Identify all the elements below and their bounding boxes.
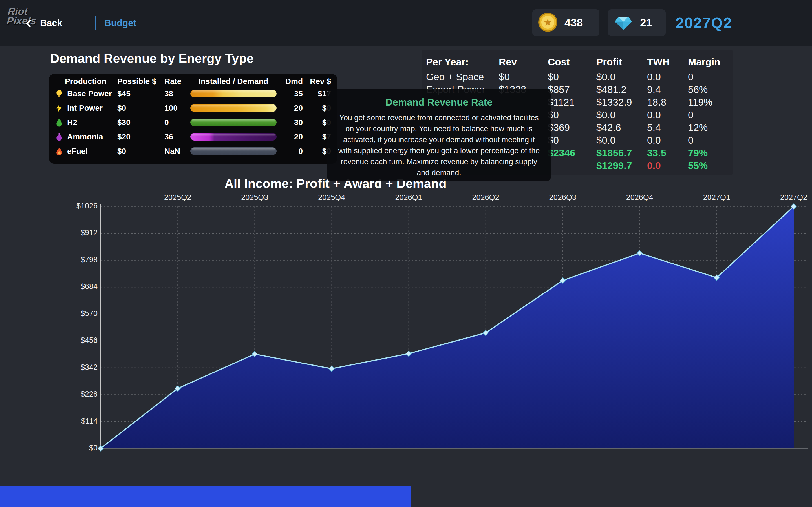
app-window: $0$114$228$342$456$570$684$798$912$10262… [0, 0, 812, 507]
back-button[interactable]: Back [27, 0, 62, 46]
bottom-progress-bar [0, 486, 410, 507]
header-profit: Profit [596, 56, 647, 68]
margin-cell: 79% [688, 147, 733, 159]
twh-cell: 5.4 [647, 122, 688, 133]
budget-tab-label: Budget [104, 18, 137, 29]
installed-demand-bar [190, 90, 276, 98]
energy-type-cell: eFuel [55, 147, 117, 156]
dmd-value: 0 [279, 147, 303, 156]
y-axis-label: $342 [42, 363, 98, 372]
profit-cell: $0.0 [596, 71, 647, 82]
margin-cell: 119% [688, 97, 733, 108]
rev-value: $17 [303, 89, 331, 98]
header-production: Production [55, 77, 117, 86]
profit-cell: $481.2 [596, 84, 647, 95]
margin-cell: 56% [688, 84, 733, 95]
table-row: Int Power $0 100 20 $0 [55, 101, 337, 115]
gem-icon [613, 12, 633, 33]
energy-type-cell: Base Power [55, 89, 117, 98]
energy-type-label: eFuel [67, 147, 88, 156]
rate-value: 38 [164, 89, 188, 98]
dmd-value: 30 [279, 118, 303, 127]
rev-value: $0 [303, 147, 331, 156]
energy-type-cell: Int Power [55, 104, 117, 113]
flask-icon [55, 132, 64, 142]
twh-cell: 33.5 [647, 147, 688, 159]
margin-cell: 55% [688, 160, 733, 171]
x-axis-label: 2026Q1 [383, 193, 434, 202]
x-axis-label: 2026Q3 [538, 193, 588, 202]
coin-counter[interactable]: ★ 438 [532, 9, 599, 36]
bar-cell [188, 133, 279, 140]
droplet-icon [55, 118, 64, 127]
tooltip-body: You get some revenue from connected or a… [337, 112, 541, 178]
bar-cell [188, 104, 279, 112]
dmd-value: 20 [279, 104, 303, 113]
profit-cell: $0.0 [596, 135, 647, 146]
dmd-value: 35 [279, 89, 303, 98]
installed-demand-bar [190, 119, 276, 126]
twh-cell: 0.0 [647, 71, 688, 82]
gem-counter[interactable]: 21 [608, 9, 666, 36]
rate-value: 36 [164, 132, 188, 142]
bulb-icon [55, 89, 64, 98]
table-header-row: Per Year: Rev Cost Profit TWH Margin [426, 54, 733, 70]
cost-cell: $857 [548, 84, 596, 95]
demand-panel-title: Demand Revenue by Energy Type [50, 51, 254, 66]
back-label: Back [40, 18, 62, 29]
energy-type-label: H2 [67, 118, 77, 127]
y-axis-label: $684 [42, 282, 98, 291]
margin-cell: 0 [688, 71, 733, 82]
rev-cell: $0 [499, 71, 548, 82]
per-year-title: Per Year: [426, 56, 499, 68]
possible-value: $20 [117, 132, 164, 142]
tooltip-demand-revenue-rate: Demand Revenue Rate You get some revenue… [327, 89, 551, 181]
x-axis-label: 2026Q4 [614, 193, 665, 202]
profit-cell: $42.6 [596, 122, 647, 133]
energy-type-label: Base Power [67, 89, 112, 98]
possible-value: $30 [117, 118, 164, 127]
x-axis-label: 2025Q2 [152, 193, 203, 202]
bar-cell [188, 90, 279, 98]
lightning-icon [55, 104, 64, 113]
margin-cell: 0 [688, 135, 733, 146]
header-cost: Cost [548, 56, 596, 68]
twh-cell: 9.4 [647, 84, 688, 95]
bar-cell [188, 119, 279, 126]
profit-cell: $1332.9 [596, 97, 647, 108]
x-axis-label: 2026Q2 [460, 193, 511, 202]
header-rev: Rev $ [303, 77, 331, 86]
tooltip-title: Demand Revenue Rate [337, 97, 541, 108]
coin-count: 438 [564, 17, 583, 29]
x-axis-label: 2025Q4 [306, 193, 357, 202]
margin-cell: 0 [688, 109, 733, 121]
profit-cell: $1299.7 [596, 160, 647, 171]
header-margin: Margin [688, 56, 733, 68]
quarter-indicator: 2027Q2 [675, 0, 732, 46]
y-axis-label: $456 [42, 336, 98, 345]
y-axis-label: $228 [42, 390, 98, 399]
header-twh: TWH [647, 56, 688, 68]
rev-value: $7 [303, 132, 331, 142]
cost-cell: $0 [548, 135, 596, 146]
table-row: Ammonia $20 36 20 $7 [55, 129, 337, 144]
twh-cell: 18.8 [647, 97, 688, 108]
margin-cell: 12% [688, 122, 733, 133]
back-chevron-icon [26, 19, 34, 27]
y-axis-label: $912 [42, 228, 98, 237]
y-axis-label: $114 [42, 417, 98, 426]
x-axis-label: 2025Q3 [229, 193, 280, 202]
row-label: Geo + Space [426, 71, 499, 82]
rev-value: $0 [303, 118, 331, 127]
possible-value: $45 [117, 89, 164, 98]
table-row: H2 $30 0 30 $0 [55, 115, 337, 129]
twh-cell: 0.0 [647, 135, 688, 146]
header-rev: Rev [499, 56, 548, 68]
energy-type-cell: Ammonia [55, 132, 117, 142]
tab-budget[interactable]: Budget [95, 0, 137, 46]
energy-type-cell: H2 [55, 118, 117, 127]
twh-cell: 0.0 [647, 109, 688, 121]
y-axis-label: $798 [42, 256, 98, 264]
y-axis-label: $570 [42, 309, 98, 318]
dmd-value: 20 [279, 132, 303, 142]
